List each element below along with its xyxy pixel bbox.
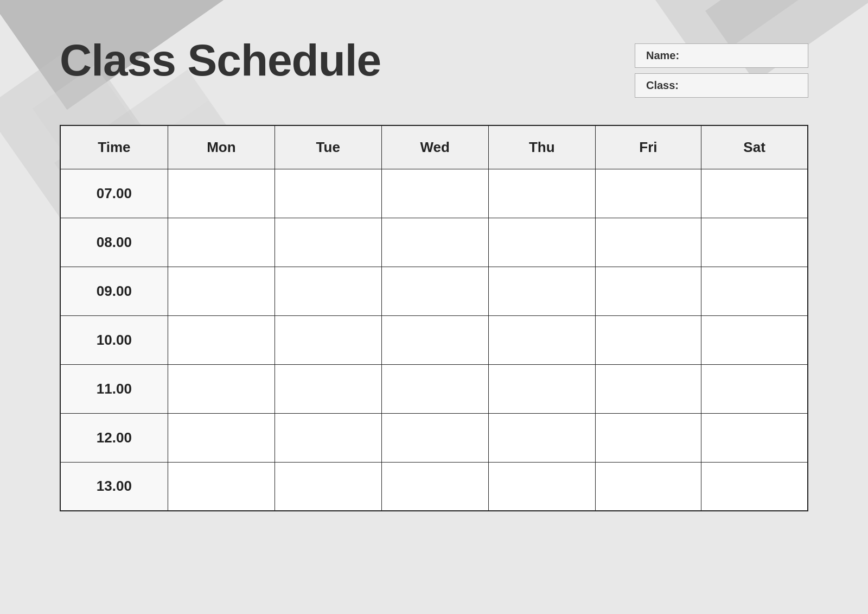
table-row[interactable]: 10.00 — [60, 315, 808, 364]
cell-4-sat[interactable] — [701, 364, 808, 413]
table-header-row: Time Mon Tue Wed Thu Fri Sat — [60, 125, 808, 169]
cell-1-thu[interactable] — [488, 218, 595, 267]
class-label: Class: — [646, 79, 690, 92]
class-field[interactable]: Class: — [635, 73, 808, 98]
time-cell-0: 07.00 — [60, 169, 168, 218]
cell-1-tue[interactable] — [275, 218, 382, 267]
table-row[interactable]: 11.00 — [60, 364, 808, 413]
cell-1-wed[interactable] — [381, 218, 488, 267]
cell-2-fri[interactable] — [595, 267, 701, 315]
table-row[interactable]: 12.00 — [60, 413, 808, 462]
cell-5-thu[interactable] — [488, 413, 595, 462]
cell-6-fri[interactable] — [595, 462, 701, 511]
header-sat: Sat — [701, 125, 808, 169]
cell-2-wed[interactable] — [381, 267, 488, 315]
time-cell-2: 09.00 — [60, 267, 168, 315]
cell-1-fri[interactable] — [595, 218, 701, 267]
cell-3-thu[interactable] — [488, 315, 595, 364]
header-thu: Thu — [488, 125, 595, 169]
time-cell-5: 12.00 — [60, 413, 168, 462]
cell-4-tue[interactable] — [275, 364, 382, 413]
cell-6-wed[interactable] — [381, 462, 488, 511]
time-cell-4: 11.00 — [60, 364, 168, 413]
cell-4-thu[interactable] — [488, 364, 595, 413]
time-cell-6: 13.00 — [60, 462, 168, 511]
cell-5-tue[interactable] — [275, 413, 382, 462]
cell-6-tue[interactable] — [275, 462, 382, 511]
cell-0-fri[interactable] — [595, 169, 701, 218]
table-row[interactable]: 07.00 — [60, 169, 808, 218]
time-cell-1: 08.00 — [60, 218, 168, 267]
header-tue: Tue — [275, 125, 382, 169]
time-cell-3: 10.00 — [60, 315, 168, 364]
cell-3-sat[interactable] — [701, 315, 808, 364]
cell-5-sat[interactable] — [701, 413, 808, 462]
info-fields: Name: Class: — [635, 38, 808, 98]
schedule-table-wrapper: Time Mon Tue Wed Thu Fri Sat 07.0008.000… — [60, 125, 808, 511]
header-fri: Fri — [595, 125, 701, 169]
header-wed: Wed — [381, 125, 488, 169]
name-field[interactable]: Name: — [635, 43, 808, 68]
cell-1-sat[interactable] — [701, 218, 808, 267]
cell-2-mon[interactable] — [168, 267, 275, 315]
cell-2-tue[interactable] — [275, 267, 382, 315]
cell-0-thu[interactable] — [488, 169, 595, 218]
header-mon: Mon — [168, 125, 275, 169]
header-section: Class Schedule Name: Class: — [60, 38, 808, 98]
page-content: Class Schedule Name: Class: Time Mon Tue… — [0, 0, 868, 544]
cell-5-wed[interactable] — [381, 413, 488, 462]
cell-0-mon[interactable] — [168, 169, 275, 218]
cell-2-sat[interactable] — [701, 267, 808, 315]
cell-5-fri[interactable] — [595, 413, 701, 462]
schedule-table: Time Mon Tue Wed Thu Fri Sat 07.0008.000… — [60, 125, 808, 511]
cell-3-mon[interactable] — [168, 315, 275, 364]
cell-3-tue[interactable] — [275, 315, 382, 364]
table-row[interactable]: 08.00 — [60, 218, 808, 267]
table-row[interactable]: 13.00 — [60, 462, 808, 511]
cell-0-tue[interactable] — [275, 169, 382, 218]
cell-6-sat[interactable] — [701, 462, 808, 511]
page-title: Class Schedule — [60, 38, 381, 83]
cell-0-sat[interactable] — [701, 169, 808, 218]
cell-5-mon[interactable] — [168, 413, 275, 462]
cell-3-wed[interactable] — [381, 315, 488, 364]
cell-6-mon[interactable] — [168, 462, 275, 511]
cell-4-wed[interactable] — [381, 364, 488, 413]
cell-1-mon[interactable] — [168, 218, 275, 267]
cell-0-wed[interactable] — [381, 169, 488, 218]
cell-3-fri[interactable] — [595, 315, 701, 364]
name-label: Name: — [646, 49, 690, 62]
cell-4-fri[interactable] — [595, 364, 701, 413]
cell-6-thu[interactable] — [488, 462, 595, 511]
header-time: Time — [60, 125, 168, 169]
cell-2-thu[interactable] — [488, 267, 595, 315]
cell-4-mon[interactable] — [168, 364, 275, 413]
table-row[interactable]: 09.00 — [60, 267, 808, 315]
